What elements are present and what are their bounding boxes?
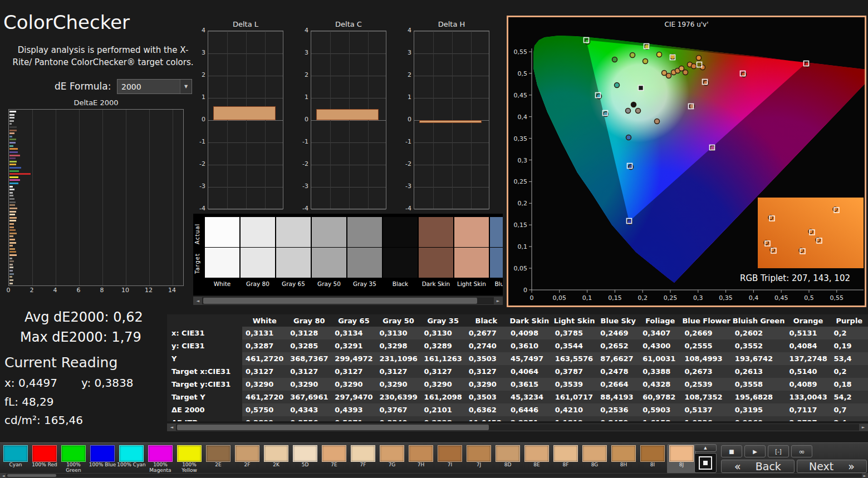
- table-row[interactable]: Target y:CIE310,32900,32900,32900,32900,…: [167, 378, 868, 391]
- patch-tile[interactable]: 8F: [551, 444, 580, 474]
- bottom-scrollbar-thumb[interactable]: [7, 474, 56, 477]
- back-button[interactable]: « Back: [721, 460, 795, 473]
- patch-label: 8I: [638, 462, 667, 468]
- table-cell: 0,3290: [376, 378, 420, 391]
- table-scrollbar-track[interactable]: [176, 424, 859, 431]
- de-formula-dropdown[interactable]: 2000 ▼: [117, 79, 192, 94]
- patch-color: [380, 445, 404, 462]
- patch-tile[interactable]: 7G: [377, 444, 406, 474]
- table-cell: 0,3767: [376, 403, 420, 416]
- patch-tile[interactable]: 8E: [522, 444, 551, 474]
- table-cell: 0,3539: [552, 378, 597, 391]
- patch-tile[interactable]: 7J: [464, 444, 493, 474]
- table-cell: 0,3290: [331, 378, 376, 391]
- patch-tile[interactable]: 100% Magenta: [146, 444, 175, 474]
- chevron-down-icon[interactable]: ▼: [180, 80, 192, 93]
- svg-text:0,4: 0,4: [518, 114, 528, 121]
- svg-text:0,2: 0,2: [637, 294, 648, 302]
- table-row[interactable]: Y461,2720368,7367299,4972231,1096161,126…: [167, 352, 868, 365]
- scroll-right-icon[interactable]: ►: [859, 424, 867, 431]
- cie-whitepoint-target: [639, 86, 644, 91]
- delta-y-tick: 1: [397, 93, 411, 101]
- table-scrollbar[interactable]: ◄ ►: [167, 423, 868, 431]
- back-chevron-icon: «: [734, 460, 741, 472]
- patch-tile[interactable]: 7I: [435, 444, 464, 474]
- scroll-right-icon[interactable]: ►: [494, 297, 502, 304]
- bottom-scrollbar[interactable]: ◄ ►: [0, 473, 868, 478]
- swatch-cell: Black: [383, 217, 418, 295]
- swatch-actual: [276, 217, 311, 247]
- table-cell: 0,7117: [786, 403, 830, 416]
- table-row[interactable]: Target Y461,2720367,6961297,9470230,6399…: [167, 391, 868, 403]
- scroll-left-icon[interactable]: ◄: [194, 297, 202, 304]
- play-button[interactable]: ▶: [744, 445, 766, 457]
- range-icon: [-]: [775, 449, 781, 455]
- bottom-scrollbar-track[interactable]: [6, 474, 862, 477]
- delta-y-tick: -4: [397, 205, 411, 212]
- range-button[interactable]: [-]: [768, 445, 789, 457]
- deltae-bar: [9, 220, 16, 221]
- stop-button[interactable]: ■: [721, 445, 742, 457]
- next-button[interactable]: Next »: [797, 460, 867, 473]
- deltae-bar: [9, 254, 17, 256]
- patch-tile[interactable]: 100% Yellow: [175, 444, 204, 474]
- table-row-label: x: CIE31: [167, 327, 242, 339]
- table-row[interactable]: y: CIE310,32870,32850,32910,32980,32890,…: [167, 339, 868, 352]
- table-row[interactable]: x: CIE310,31310,31280,31340,31300,31300,…: [167, 327, 868, 339]
- deltae-bar: [9, 130, 17, 131]
- table-cell: 0,9960: [732, 416, 786, 421]
- deltae-bar: [9, 198, 14, 200]
- patch-tile[interactable]: 5D: [291, 444, 320, 474]
- scroll-left-icon[interactable]: ◄: [1, 474, 6, 477]
- loop-icon: ∞: [799, 447, 805, 456]
- delta-chart-plot: [414, 31, 489, 209]
- patch-tile[interactable]: 8D: [493, 444, 522, 474]
- patch-label: 2F: [233, 462, 262, 468]
- table-cell: 0,3291: [331, 339, 376, 352]
- patch-tile[interactable]: 2K: [262, 444, 291, 474]
- table-row[interactable]: ΔE ITP0,38990,35560,59710,33400,222811,0…: [167, 416, 868, 421]
- table-row[interactable]: ΔE 20000,57500,43430,43930,37670,21010,6…: [167, 403, 868, 416]
- patch-tile[interactable]: 100% Blue: [88, 444, 117, 474]
- patch-tile[interactable]: 8H: [609, 444, 638, 474]
- swatch-scrollbar-thumb[interactable]: [203, 298, 477, 304]
- deltae-bar: [9, 176, 18, 178]
- cie-measured-point: [612, 57, 617, 62]
- patch-color: [235, 445, 259, 462]
- patch-tile[interactable]: 7F: [349, 444, 377, 474]
- patch-label: 7H: [406, 462, 435, 468]
- loop-button[interactable]: ∞: [791, 445, 812, 457]
- swatch-scrollbar-track[interactable]: [202, 297, 494, 304]
- cie-measured-point: [683, 70, 688, 75]
- deltae-bars: [9, 110, 183, 285]
- delta-y-tick: 4: [397, 27, 411, 34]
- patch-tile[interactable]: 7E: [320, 444, 349, 474]
- patch-up-button[interactable]: ▲: [694, 444, 717, 452]
- deltae-bar: [9, 192, 13, 194]
- patch-label: 7G: [377, 462, 406, 468]
- scroll-right-icon[interactable]: ►: [862, 474, 867, 477]
- delta-y-tick: 3: [191, 49, 205, 56]
- deltae-bar: [9, 283, 13, 284]
- patch-tile[interactable]: 8J: [667, 444, 696, 474]
- patch-tile[interactable]: 2E: [204, 444, 233, 474]
- patch-tile[interactable]: 100% Red: [30, 444, 59, 474]
- swatch-scrollbar[interactable]: ◄ ►: [193, 297, 503, 305]
- current-patch-button[interactable]: [694, 453, 717, 473]
- patch-tile[interactable]: 8I: [638, 444, 667, 474]
- patch-tile[interactable]: 2F: [233, 444, 262, 474]
- deltae-bar: [9, 195, 13, 196]
- up-arrow-icon: ▲: [704, 446, 707, 450]
- table-column-header: Gray 35: [421, 314, 465, 327]
- table-cell: 0,7: [831, 403, 868, 416]
- scroll-left-icon[interactable]: ◄: [168, 424, 176, 431]
- patch-tile[interactable]: 8G: [580, 444, 609, 474]
- patch-tile[interactable]: 7H: [406, 444, 435, 474]
- patch-color: [582, 445, 607, 462]
- table-row[interactable]: Target x:CIE310,31270,31270,31270,31270,…: [167, 365, 868, 378]
- patch-tile[interactable]: 100% Green: [59, 444, 88, 474]
- table-scrollbar-thumb[interactable]: [177, 425, 489, 430]
- patch-tile[interactable]: 100% Cyan: [117, 444, 146, 474]
- deltae-bar: [9, 183, 18, 184]
- patch-tile[interactable]: Cyan: [1, 444, 30, 474]
